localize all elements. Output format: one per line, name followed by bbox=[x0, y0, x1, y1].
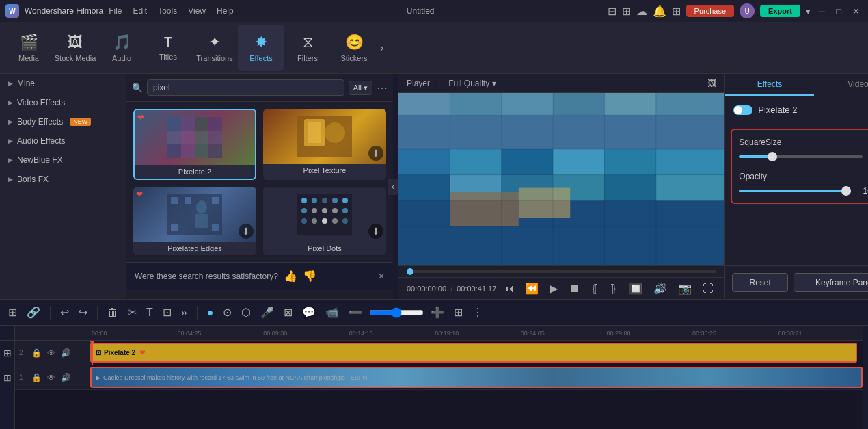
quality-selector[interactable]: Full Quality ▾ bbox=[448, 79, 496, 88]
timeline-delete-button[interactable]: 🗑 bbox=[105, 305, 121, 320]
timeline-adjust-button[interactable]: ⊙ bbox=[220, 304, 234, 320]
toolbar-item-transitions[interactable]: ✦ Transitions bbox=[191, 25, 238, 71]
export-dropdown-icon[interactable]: ▾ bbox=[806, 6, 811, 16]
svg-rect-1 bbox=[181, 117, 195, 131]
menu-tools[interactable]: Tools bbox=[158, 6, 177, 16]
minimize-button[interactable]: ─ bbox=[816, 6, 828, 16]
stop-button[interactable]: ⏹ bbox=[566, 281, 582, 296]
timeline-options-button[interactable]: ⋮ bbox=[470, 304, 486, 320]
timeline-scroll[interactable] bbox=[863, 326, 868, 429]
timeline-more-button[interactable]: » bbox=[178, 305, 190, 320]
timeline-color-button[interactable]: ● bbox=[204, 305, 217, 320]
timeline-mask-button[interactable]: ⬡ bbox=[239, 304, 254, 320]
skip-back-button[interactable]: ⏮ bbox=[500, 281, 517, 296]
timeline-transition-button[interactable]: ⊠ bbox=[281, 304, 295, 320]
cloud-icon[interactable]: ☁ bbox=[636, 5, 647, 18]
toolbar-item-titles[interactable]: T Titles bbox=[145, 25, 191, 71]
sidebar-item-body-effects[interactable]: ▶ Body Effects NEW bbox=[0, 112, 126, 131]
out-point-button[interactable]: ⦄ bbox=[607, 281, 621, 296]
sidebar-item-video-effects[interactable]: ▶ Video Effects bbox=[0, 93, 126, 112]
effect-card-pixel-texture[interactable]: ⬇ Pixel Texture bbox=[263, 109, 386, 180]
maximize-button[interactable]: □ bbox=[833, 6, 844, 16]
grid-icon[interactable]: ⊞ bbox=[622, 5, 631, 18]
opacity-slider[interactable] bbox=[739, 190, 850, 192]
effect-card-pixelated-edges[interactable]: ❤ ⬇ Pixelated Edges bbox=[133, 187, 256, 255]
video-clip[interactable]: ▶ Caeleb Dressel makes history with reco… bbox=[90, 367, 863, 388]
track-visibility-button[interactable]: 👁 bbox=[46, 348, 57, 359]
track-visibility-button[interactable]: 👁 bbox=[46, 372, 57, 383]
effect-toggle[interactable] bbox=[733, 105, 752, 115]
screen-icon[interactable]: ⊟ bbox=[608, 5, 616, 18]
camera-button[interactable]: 📷 bbox=[675, 281, 694, 296]
thumbs-down-button[interactable]: 👎 bbox=[303, 270, 316, 283]
toolbar-expand-icon[interactable]: › bbox=[380, 42, 383, 54]
frame-back-button[interactable]: ⏪ bbox=[522, 281, 541, 296]
timeline-zoom-in-button[interactable]: ➕ bbox=[428, 304, 447, 320]
timeline-link-button[interactable]: 🔗 bbox=[24, 304, 43, 320]
effect-card-pixelate2[interactable]: ❤ Pix bbox=[133, 109, 256, 180]
download-icon[interactable]: ⬇ bbox=[239, 224, 254, 239]
track-solo-button[interactable]: 🔊 bbox=[59, 372, 72, 383]
bell-icon[interactable]: 🔔 bbox=[653, 5, 666, 18]
audio-button[interactable]: 🔊 bbox=[651, 281, 670, 296]
in-point-button[interactable]: ⦃ bbox=[588, 281, 601, 296]
squaresize-slider[interactable] bbox=[739, 155, 863, 158]
sidebar-item-audio-effects[interactable]: ▶ Audio Effects bbox=[0, 131, 126, 151]
toolbar-item-media[interactable]: 🎬 Media bbox=[5, 25, 52, 71]
timeline-zoom-slider[interactable] bbox=[369, 307, 424, 318]
menu-edit[interactable]: Edit bbox=[133, 6, 148, 16]
menu-help[interactable]: Help bbox=[217, 6, 234, 16]
track-lock-button[interactable]: 🔒 bbox=[30, 372, 43, 383]
add-marker-button[interactable]: 🔲 bbox=[626, 281, 645, 296]
toolbar-item-stock-media[interactable]: 🖼 Stock Media bbox=[52, 25, 98, 71]
timeline-text-button[interactable]: T bbox=[144, 305, 156, 320]
search-more-icon[interactable]: ⋯ bbox=[377, 81, 388, 94]
sidebar-item-boris-fx[interactable]: ▶ Boris FX bbox=[0, 170, 126, 189]
menu-file[interactable]: File bbox=[109, 6, 122, 16]
timeline-zoom-out-button[interactable]: ➖ bbox=[346, 304, 365, 320]
timeline-subtitle-button[interactable]: 💬 bbox=[299, 304, 318, 320]
timeline-audio-button[interactable]: 🎤 bbox=[258, 304, 277, 320]
thumbs-up-button[interactable]: 👍 bbox=[284, 270, 297, 283]
timeline-undo-button[interactable]: ↩ bbox=[57, 304, 72, 320]
reset-button[interactable]: Reset bbox=[732, 273, 788, 292]
timeline-video-button[interactable]: 📹 bbox=[323, 304, 342, 320]
export-button[interactable]: Export bbox=[760, 5, 800, 17]
avatar[interactable]: U bbox=[740, 3, 755, 18]
sidebar-item-newblue-fx[interactable]: ▶ NewBlue FX bbox=[0, 151, 126, 170]
svg-point-15 bbox=[325, 122, 345, 143]
search-filter-dropdown[interactable]: All ▾ bbox=[349, 81, 372, 95]
menu-view[interactable]: View bbox=[188, 6, 206, 16]
preview-image-icon[interactable]: 🖼 bbox=[707, 78, 716, 88]
timeline-grid-button[interactable]: ⊞ bbox=[451, 304, 465, 320]
tab-video[interactable]: Video bbox=[814, 74, 868, 96]
add-video-track-button[interactable]: ⊞ bbox=[0, 365, 14, 390]
keyframe-panel-button[interactable]: Keyframe Panel bbox=[794, 273, 868, 292]
toolbar-item-filters[interactable]: ⧖ Filters bbox=[284, 25, 331, 71]
tab-effects[interactable]: Effects bbox=[725, 74, 814, 96]
play-button[interactable]: ▶ bbox=[547, 281, 560, 296]
timeline-cut-button[interactable]: ✂ bbox=[125, 304, 139, 320]
close-button[interactable]: ✕ bbox=[850, 6, 863, 16]
satisfaction-close-icon[interactable]: ✕ bbox=[378, 272, 385, 281]
purchase-button[interactable]: Purchase bbox=[686, 5, 734, 17]
toolbar-item-audio[interactable]: 🎵 Audio bbox=[98, 25, 145, 71]
effect-clip[interactable]: ⊡ Pixelate 2 ❤ bbox=[90, 343, 857, 363]
sidebar-item-mine[interactable]: ▶ Mine bbox=[0, 74, 126, 93]
apps-icon[interactable]: ⊞ bbox=[672, 5, 681, 18]
track-solo-button[interactable]: 🔊 bbox=[59, 348, 72, 359]
fullscreen-button[interactable]: ⛶ bbox=[700, 281, 716, 296]
search-input[interactable] bbox=[147, 79, 344, 96]
toolbar-item-stickers[interactable]: 😊 Stickers bbox=[331, 25, 377, 71]
add-track-button[interactable]: ⊞ bbox=[0, 341, 14, 365]
timeline-redo-button[interactable]: ↪ bbox=[76, 304, 90, 320]
download-icon[interactable]: ⬇ bbox=[368, 224, 383, 239]
progress-bar[interactable] bbox=[407, 270, 716, 273]
panel-collapse-button[interactable]: ‹ bbox=[388, 179, 398, 195]
track-lock-button[interactable]: 🔒 bbox=[30, 348, 43, 359]
timeline-crop-button[interactable]: ⊡ bbox=[160, 304, 174, 320]
timeline-snap-button[interactable]: ⊞ bbox=[5, 304, 20, 320]
effect-card-pixel-dots[interactable]: ⬇ bbox=[263, 187, 386, 255]
download-icon[interactable]: ⬇ bbox=[368, 146, 383, 161]
toolbar-item-effects[interactable]: ✸ Effects bbox=[238, 25, 284, 71]
